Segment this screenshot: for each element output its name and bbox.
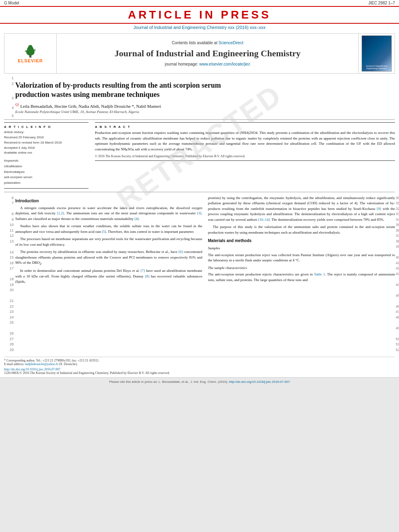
keywords-section: Keywords: Ultrafiltration Electrodialysi… — [4, 159, 88, 185]
svg-rect-4 — [25, 50, 28, 51]
journal-cover-thumbnail: Journal of Industrial and Engineering Ch… — [362, 35, 392, 72]
copyright-line: © 2016 The Korean Society of Industrial … — [95, 154, 395, 158]
available-online: Available online xxx — [4, 150, 88, 156]
materials-heading: Materials and methods — [208, 238, 395, 244]
homepage-line: journal homepage: www.elsevier.com/locat… — [165, 62, 250, 66]
footer-bar: Please cite this article in press as: L.… — [0, 377, 399, 386]
samples-heading: Samples — [208, 246, 395, 251]
issn-line: 1226-086X/© 2016 The Korean Society of I… — [4, 371, 395, 375]
doi-link[interactable]: http://dx.doi.org/10.1016/j.jiec.2016.07… — [4, 368, 60, 371]
samples-text: The anti-scorpion serum production rejec… — [208, 253, 395, 263]
intro-para5: In order to demineralize and concentrate… — [15, 268, 202, 285]
article-info-header: A R T I C L E I N F O — [4, 125, 88, 129]
ref-10-14[interactable]: [10–14] — [258, 218, 270, 222]
corresponding-author: * Corresponding author. Tel.: +213 21 27… — [4, 359, 395, 362]
received-date: Received 25 February 2016 — [4, 135, 88, 140]
ref-3[interactable]: [3] — [197, 211, 202, 215]
ref-1-2[interactable]: [1,2] — [57, 211, 64, 215]
article-in-press-banner: ARTICLE IN PRESS — [0, 6, 399, 24]
intro-para4: The proteins recovery by ultrafiltration… — [15, 249, 202, 266]
ref-5[interactable]: [5] — [102, 230, 106, 234]
journal-header-center: Contents lists available at ScienceDirec… — [57, 34, 358, 73]
ref-9[interactable]: [9] — [377, 207, 381, 211]
keyword-1: Ultrafiltration — [4, 164, 88, 169]
right-line-numbers: 30 31 32 33 34 35 36 37 38 39 40 41 42 — [396, 195, 399, 353]
history-label: Article history: — [4, 130, 88, 134]
footnote-section: * Corresponding author. Tel.: +213 21 27… — [4, 357, 395, 375]
intro-heading: Introduction — [15, 198, 202, 204]
keywords-label: Keywords: — [4, 159, 88, 162]
left-line-numbers: 6 7 8 9 10 11 12 13 14 15 16 17 18 19 20 — [4, 195, 15, 353]
doi-link-section: http://dx.doi.org/10.1016/j.jiec.2016.07… — [4, 368, 395, 371]
sciencedirect-link[interactable]: ScienceDirect — [218, 41, 243, 45]
ref-8[interactable]: [8] — [145, 274, 150, 278]
abstract-section: A B S T R A C T Production anti-scorpion… — [95, 122, 395, 161]
intro-para3: The processes based on membrane separati… — [15, 236, 202, 247]
footer-doi-link[interactable]: http://dx.doi.org/10.1016/j.jiec.2016.07… — [229, 380, 290, 384]
email-link[interactable]: nadjibdrouiche@yahoo.fr — [25, 362, 58, 366]
elsevier-logo-section: ELSEVIER — [4, 34, 57, 73]
body-col-right: 30 31 32 33 34 35 36 37 38 39 40 41 42 — [208, 195, 395, 353]
abstract-col: A B S T R A C T Production anti-scorpion… — [95, 122, 395, 189]
page-wrapper: RETRACTED G Model JIEC 2982 1–7 ARTICLE … — [0, 0, 399, 386]
title-section-wrapper: 2 3 4 5 Valorization of by-products resu… — [4, 81, 395, 118]
ref-6[interactable]: [6] — [179, 250, 183, 254]
affiliation: Ecole Nationale Polytechnique Unité URIE… — [15, 110, 395, 114]
cover-text: Journal of Industrial and Engineering Ch… — [364, 65, 390, 70]
right-para2: The purpose of this study is the valoriz… — [208, 224, 395, 235]
article-info-section: A R T I C L E I N F O Article history: R… — [4, 122, 88, 189]
line-num-1: 1 — [4, 76, 15, 80]
revised-date: Received in revised form 18 March 2016 — [4, 140, 88, 146]
article-info-col: A R T I C L E I N F O Article history: R… — [4, 122, 88, 189]
sample-char-heading: The sample characteristics — [208, 265, 395, 271]
right-para1: proteins) by using the centrifugation, t… — [208, 195, 395, 223]
svg-rect-5 — [33, 49, 36, 51]
keyword-3: anti-scorpion serum — [4, 175, 88, 180]
journal-title: Journal of Industrial and Engineering Ch… — [115, 48, 301, 59]
ref-4[interactable]: [4] — [134, 217, 139, 221]
journal-ref-top: Journal of Industrial and Engineering Ch… — [0, 24, 399, 31]
abstract-text: Production anti-scorpion serum fraction … — [95, 130, 395, 152]
ref-7[interactable]: [7] — [141, 269, 145, 273]
main-content: 1 2 3 4 5 Valorization of by-products re… — [0, 76, 399, 375]
section-divider — [4, 192, 395, 192]
article-info-abstract: A R T I C L E I N F O Article history: R… — [4, 122, 395, 189]
svg-point-3 — [28, 45, 33, 49]
keyword-4: polarization — [4, 180, 88, 186]
elsevier-tree-icon — [21, 44, 39, 58]
body-col-left: Introduction A nitrogen compounds excess… — [15, 195, 202, 353]
intro-para1: A nitrogen compounds excess presence in … — [15, 205, 202, 222]
gmodel-label: G Model — [4, 1, 19, 5]
top-model-line: G Model JIEC 2982 1–7 — [0, 0, 399, 6]
journal-cover: Journal of Industrial and Engineering Ch… — [358, 34, 395, 73]
intro-para2: Studies have also shown that in certain … — [15, 224, 202, 234]
elsevier-logo-box: ELSEVIER — [10, 43, 51, 65]
homepage-link[interactable]: www.elsevier.com/locate/jiec — [199, 62, 250, 66]
line-nums-title: 2 3 4 5 — [4, 81, 15, 118]
email-footnote: E-mail address: nadjibdrouiche@yahoo.fr … — [4, 362, 395, 366]
jiec-label: JIEC 2982 1–7 — [368, 1, 395, 5]
journal-header: ELSEVIER Contents lists available at Sci… — [4, 33, 395, 74]
sample-char-text: The anti-scorpion serum production rejec… — [208, 272, 395, 283]
keyword-2: Electrodialysis — [4, 169, 88, 175]
abstract-header: A B S T R A C T — [95, 125, 395, 129]
elsevier-wordmark: ELSEVIER — [18, 58, 43, 63]
accepted-date: Accepted 4 July 2016 — [4, 146, 88, 151]
body-two-col: Introduction A nitrogen compounds excess… — [15, 195, 395, 353]
table1-ref[interactable]: Table 1 — [314, 272, 325, 276]
title-content: Valorization of by-products resulting fr… — [15, 81, 395, 118]
article-title: Valorization of by-products resulting fr… — [15, 81, 395, 100]
authors-line: Q1 Leila Bensadallah, Hocine Grib, Nadia… — [15, 103, 395, 109]
line1-area: 1 — [4, 76, 395, 80]
cite-text: Please cite this article in press as: L.… — [109, 380, 228, 384]
body-section-wrapper: 6 7 8 9 10 11 12 13 14 15 16 17 18 19 20 — [4, 195, 395, 353]
contents-available-text: Contents lists available at ScienceDirec… — [172, 41, 243, 45]
